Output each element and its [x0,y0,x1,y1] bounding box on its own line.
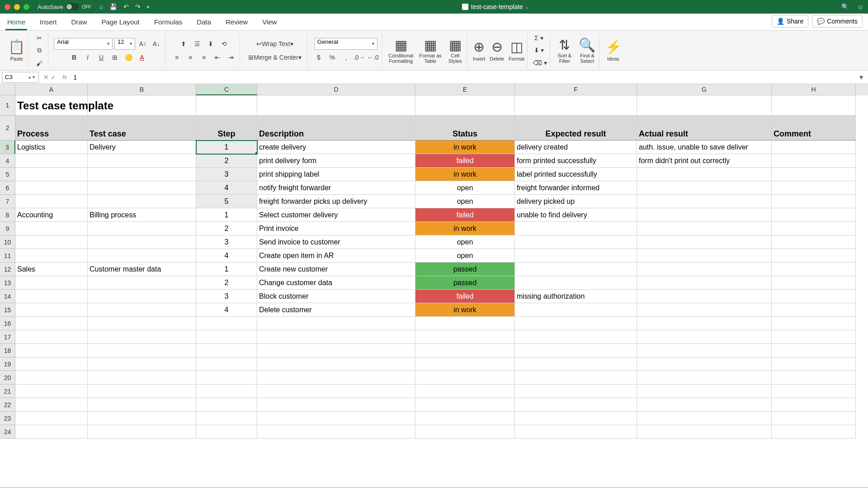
row-header[interactable]: 24 [0,425,15,439]
cell[interactable] [257,385,415,398]
row-header[interactable]: 15 [0,303,15,317]
row-header[interactable]: 2 [0,116,15,141]
cell[interactable] [637,344,772,357]
col-header-C[interactable]: C [196,84,257,95]
cell[interactable]: delivery created [515,141,637,154]
cell[interactable]: freight forwarder informed [515,181,637,195]
cell[interactable] [88,398,196,412]
cell[interactable] [257,412,415,425]
cell[interactable] [772,371,856,385]
cell[interactable] [637,222,772,235]
cell[interactable] [88,412,196,425]
cell[interactable] [88,290,196,303]
cell[interactable] [88,330,196,344]
cell[interactable]: Select customer delivery [257,208,415,222]
cell[interactable] [515,222,637,235]
cell[interactable] [88,357,196,371]
fill-color-button[interactable]: 🟡 [123,52,134,63]
row-header[interactable]: 11 [0,249,15,263]
cell[interactable] [515,385,637,398]
cell[interactable]: Accounting [15,208,88,222]
cell[interactable] [637,95,772,116]
cell[interactable]: 1 [196,263,257,276]
cell[interactable] [772,168,856,181]
cell[interactable] [772,303,856,317]
close-window-icon[interactable] [5,4,10,10]
expand-formula-icon[interactable]: ▼ [854,74,868,81]
underline-button[interactable]: U [95,52,107,63]
cell[interactable]: 4 [196,181,257,195]
cell[interactable] [772,290,856,303]
row-header[interactable]: 1 [0,95,15,116]
cell[interactable] [88,95,196,116]
cell[interactable] [88,154,196,168]
enter-formula-icon[interactable]: ✓ [51,74,56,81]
cell[interactable] [515,95,637,116]
wrap-text-button[interactable]: ↩ Wrap Text ▾ [254,38,296,50]
cell[interactable] [15,249,88,263]
cell[interactable]: passed [415,276,515,290]
search-icon[interactable]: 🔍 [841,3,849,10]
cell[interactable] [15,425,88,439]
row-header[interactable]: 7 [0,195,15,208]
cell[interactable] [257,95,415,116]
title-dropdown-icon[interactable]: ⌵ [526,5,528,9]
cell[interactable] [88,276,196,290]
cell[interactable] [15,330,88,344]
decrease-font-icon[interactable]: A↓ [151,38,162,50]
cell[interactable]: Actual result [637,116,772,141]
cell[interactable]: Test case [88,116,196,141]
cell[interactable] [257,344,415,357]
cell[interactable]: create delivery [257,141,415,154]
cell[interactable] [415,357,515,371]
cell[interactable]: in work [415,303,515,317]
cell[interactable] [196,425,257,439]
cell[interactable] [515,344,637,357]
cut-icon[interactable]: ✂ [33,33,45,42]
cell[interactable] [772,208,856,222]
cell[interactable] [772,263,856,276]
percent-icon[interactable]: % [326,52,338,63]
cell[interactable] [637,303,772,317]
cell[interactable] [515,249,637,263]
ideas-button[interactable]: ⚡Ideas [605,39,622,62]
format-cells-button[interactable]: ◫Format [509,39,524,62]
cell[interactable]: form didn't print out correctly [637,154,772,168]
cell[interactable] [772,195,856,208]
cell[interactable]: open [415,249,515,263]
orientation-icon[interactable]: ⟲ [218,38,230,50]
cell[interactable]: Customer master data [88,263,196,276]
font-name-select[interactable]: Arial▼ [54,38,113,50]
cell[interactable]: 3 [196,235,257,249]
cell[interactable] [637,357,772,371]
cell[interactable] [15,222,88,235]
cell[interactable] [196,398,257,412]
cell[interactable] [15,317,88,330]
cell[interactable] [772,357,856,371]
row-header[interactable]: 13 [0,276,15,290]
cell[interactable] [637,290,772,303]
cell[interactable]: open [415,235,515,249]
cell[interactable]: 1 [196,141,257,154]
cell[interactable] [515,330,637,344]
cell[interactable]: open [415,195,515,208]
spreadsheet-grid[interactable]: A B C D E F G H 1 Test case template 2 P… [0,84,868,488]
row-header[interactable]: 20 [0,371,15,385]
cell[interactable]: Sales [15,263,88,276]
col-header-A[interactable]: A [15,84,88,95]
cell[interactable]: delivery picked up [515,195,637,208]
cell[interactable]: failed [415,290,515,303]
delete-cells-button[interactable]: ⊖Delete [490,39,504,62]
cell[interactable] [772,95,856,116]
bold-button[interactable]: B [68,52,80,63]
cell[interactable] [88,235,196,249]
cell[interactable]: auth. issue, unable to save deliver [637,141,772,154]
cell[interactable] [415,95,515,116]
cell[interactable]: 3 [196,290,257,303]
cell[interactable]: 3 [196,168,257,181]
cell[interactable]: open [415,181,515,195]
minimize-window-icon[interactable] [14,4,20,10]
cell[interactable]: Print invoice [257,222,415,235]
cell[interactable]: 1 [196,208,257,222]
copy-icon[interactable]: ⧉ [33,46,45,55]
